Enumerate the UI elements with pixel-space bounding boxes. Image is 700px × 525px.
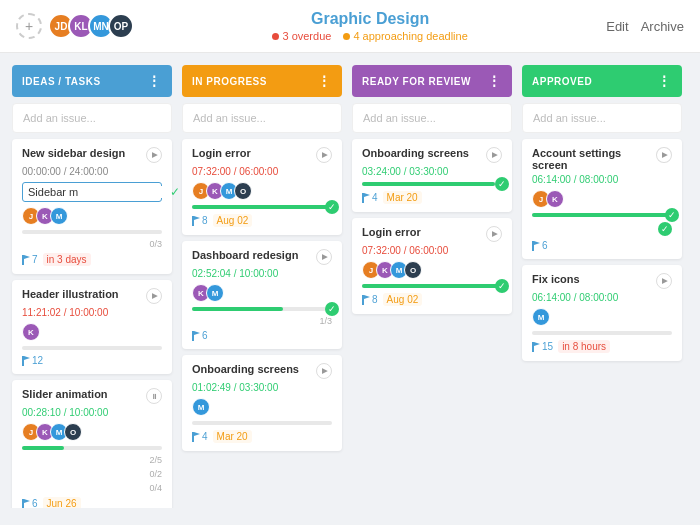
approaching-badge: 4 approaching deadline bbox=[343, 30, 467, 42]
card-time-onboarding-1: 01:02:49 / 03:30:00 bbox=[192, 382, 332, 393]
pause-button-slider[interactable]: ⏸ bbox=[146, 388, 162, 404]
card-title-account-settings: Account settings screen ▶ bbox=[532, 147, 672, 171]
board: IDEAS / TASKS ⋮ Add an issue... New side… bbox=[0, 53, 700, 508]
card-footer-fix-icons: 15 in 8 hours bbox=[532, 340, 672, 353]
svg-marker-5 bbox=[24, 499, 30, 503]
card-title-dashboard-redesign: Dashboard redesign ▶ bbox=[192, 249, 332, 265]
column-header-ready-review: READY FOR REVIEW ⋮ bbox=[352, 65, 512, 97]
edit-button[interactable]: Edit bbox=[606, 19, 628, 34]
play-button-login-error-1[interactable]: ▶ bbox=[316, 147, 332, 163]
header: + JD KL MN OP Graphic Design 3 overdue 4… bbox=[0, 0, 700, 53]
card-time-header-illus: 11:21:02 / 10:00:00 bbox=[22, 307, 162, 318]
svg-marker-13 bbox=[364, 193, 370, 197]
column-title-approved: APPROVED bbox=[532, 76, 592, 87]
card-login-error-1: Login error ▶ 07:32:00 / 06:00:00 J K M … bbox=[182, 139, 342, 235]
play-button-account-settings[interactable]: ▶ bbox=[656, 147, 672, 163]
play-button-sidebar[interactable]: ▶ bbox=[146, 147, 162, 163]
column-title-ready-review: READY FOR REVIEW bbox=[362, 76, 471, 87]
flag-icon bbox=[192, 216, 200, 226]
input-confirm[interactable]: ✓ bbox=[170, 185, 180, 199]
flag-count: 4 bbox=[192, 431, 208, 442]
card-time-login-error-1: 07:32:00 / 06:00:00 bbox=[192, 166, 332, 177]
play-button-onboarding-1[interactable]: ▶ bbox=[316, 363, 332, 379]
column-menu-in-progress[interactable]: ⋮ bbox=[317, 73, 332, 89]
flag-icon bbox=[22, 255, 30, 265]
header-center: Graphic Design 3 overdue 4 approaching d… bbox=[272, 10, 467, 42]
card-title-login-error-2: Login error ▶ bbox=[362, 226, 502, 242]
avatar: K bbox=[22, 323, 40, 341]
svg-rect-18 bbox=[532, 342, 534, 352]
flag-count: 6 bbox=[22, 498, 38, 508]
avatar: O bbox=[404, 261, 422, 279]
card-avatars-sidebar: J K M bbox=[22, 207, 162, 225]
avatar-group: JD KL MN OP bbox=[48, 13, 134, 39]
card-dashboard-redesign: Dashboard redesign ▶ 02:52:04 / 10:00:00… bbox=[182, 241, 342, 349]
progress-fill bbox=[532, 213, 672, 217]
progress-check-2: ✓ bbox=[658, 222, 672, 236]
add-issue-ready-review[interactable]: Add an issue... bbox=[352, 103, 512, 133]
add-issue-in-progress[interactable]: Add an issue... bbox=[182, 103, 342, 133]
progress-ratio-1: 2/5 bbox=[22, 455, 162, 465]
flag-count: 4 bbox=[362, 192, 378, 203]
card-onboarding-2: Onboarding screens ▶ 03:24:00 / 03:30:00… bbox=[352, 139, 512, 212]
svg-marker-17 bbox=[534, 241, 540, 245]
deadline-tag: Mar 20 bbox=[383, 191, 422, 204]
progress-bar: ✓ bbox=[362, 284, 502, 288]
card-footer-header-illus: 12 bbox=[22, 355, 162, 366]
progress-bar: ✓ bbox=[362, 182, 502, 186]
card-login-error-2: Login error ▶ 07:32:00 / 06:00:00 J K M … bbox=[352, 218, 512, 314]
flag-icon bbox=[22, 499, 30, 509]
approaching-dot bbox=[343, 33, 350, 40]
progress-bar: ✓ bbox=[192, 307, 332, 311]
add-member-button[interactable]: + bbox=[16, 13, 42, 39]
card-sidebar: New sidebar design ▶ 00:00:00 / 24:00:00… bbox=[12, 139, 172, 274]
progress-bar bbox=[22, 446, 162, 450]
progress-fill bbox=[192, 205, 332, 209]
card-account-settings: Account settings screen ▶ 06:14:00 / 08:… bbox=[522, 139, 682, 259]
svg-marker-11 bbox=[194, 432, 200, 436]
header-actions: Edit Archive bbox=[606, 19, 684, 34]
svg-rect-8 bbox=[192, 331, 194, 341]
card-footer-dashboard: 6 bbox=[192, 330, 332, 341]
avatar: M bbox=[206, 284, 224, 302]
svg-rect-0 bbox=[22, 255, 24, 265]
card-footer-slider-anim: 6 Jun 26 bbox=[22, 497, 162, 508]
add-issue-ideas[interactable]: Add an issue... bbox=[12, 103, 172, 133]
card-footer-account-settings: 6 bbox=[532, 240, 672, 251]
progress-bar bbox=[532, 331, 672, 335]
column-menu-ideas[interactable]: ⋮ bbox=[147, 73, 162, 89]
task-input[interactable] bbox=[28, 186, 166, 198]
card-slider-anim: Slider animation ⏸ 00:28:10 / 10:00:00 J… bbox=[12, 380, 172, 508]
play-button-dashboard[interactable]: ▶ bbox=[316, 249, 332, 265]
progress-ratio-3: 0/4 bbox=[22, 483, 162, 493]
flag-count: 6 bbox=[532, 240, 548, 251]
add-issue-approved[interactable]: Add an issue... bbox=[522, 103, 682, 133]
svg-marker-1 bbox=[24, 255, 30, 259]
svg-rect-16 bbox=[532, 241, 534, 251]
card-title-slider-anim: Slider animation ⏸ bbox=[22, 388, 162, 404]
deadline-tag: Mar 20 bbox=[213, 430, 252, 443]
column-menu-approved[interactable]: ⋮ bbox=[657, 73, 672, 89]
progress-bar: ✓ bbox=[532, 213, 672, 217]
progress-check: ✓ bbox=[325, 302, 339, 316]
archive-button[interactable]: Archive bbox=[641, 19, 684, 34]
column-menu-ready-review[interactable]: ⋮ bbox=[487, 73, 502, 89]
avatar: M bbox=[50, 207, 68, 225]
card-time-sidebar: 00:00:00 / 24:00:00 bbox=[22, 166, 162, 177]
column-title-ideas: IDEAS / TASKS bbox=[22, 76, 101, 87]
play-button-fix-icons[interactable]: ▶ bbox=[656, 273, 672, 289]
flag-icon bbox=[22, 356, 30, 366]
column-ideas: IDEAS / TASKS ⋮ Add an issue... New side… bbox=[12, 65, 172, 496]
play-button-onboarding-2[interactable]: ▶ bbox=[486, 147, 502, 163]
card-title-onboarding-2: Onboarding screens ▶ bbox=[362, 147, 502, 163]
play-button-login-error-2[interactable]: ▶ bbox=[486, 226, 502, 242]
progress-fill bbox=[22, 446, 64, 450]
play-button-header-illus[interactable]: ▶ bbox=[146, 288, 162, 304]
header-left: + JD KL MN OP bbox=[16, 13, 134, 39]
flag-count: 6 bbox=[192, 330, 208, 341]
svg-rect-14 bbox=[362, 295, 364, 305]
flag-icon bbox=[532, 241, 540, 251]
card-avatars-onboarding-1: M bbox=[192, 398, 332, 416]
deadline-tag: in 8 hours bbox=[558, 340, 610, 353]
card-onboarding-1: Onboarding screens ▶ 01:02:49 / 03:30:00… bbox=[182, 355, 342, 451]
